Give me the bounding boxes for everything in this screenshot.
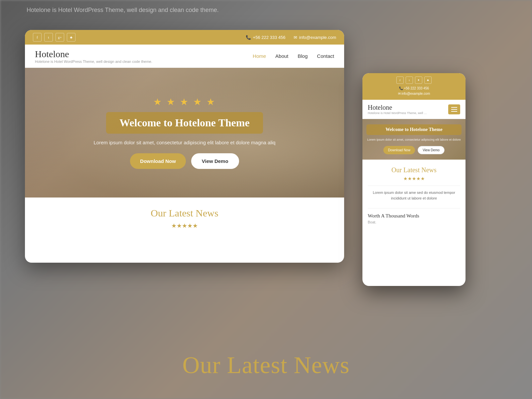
nav-about[interactable]: About [275,53,288,59]
desktop-section-title: Our Latest News [35,207,334,219]
desktop-nav-links: Home About Blog Contact [253,53,334,59]
hero-title-box: Welcome to Hotelone Theme [106,112,263,134]
section-title-highlight: News [196,207,218,218]
mobile-news-title: Worth A Thousand Words [368,213,460,219]
desktop-hero: ★ ★ ★ ★ ★ Welcome to Hotelone Theme Lore… [25,68,344,198]
mobile-logo-area: Hotelone Hotelone is Hotel WordPress The… [368,104,428,115]
desktop-mockup: f t g+ ♣ 📞 +56 222 333 456 ✉ info@exampl… [25,30,344,263]
mobile-hero-buttons: Download Now View Demo [366,146,462,154]
hamburger-line-2 [451,109,457,110]
mobile-nav: Hotelone Hotelone is Hotel WordPress The… [362,100,466,119]
mobile-extra-icon[interactable]: ♣ [424,76,432,84]
mobile-download-button[interactable]: Download Now [383,146,415,154]
mobile-social-icons: f t ✦ ♣ [368,76,460,84]
desktop-tagline: Hotelone is Hotel WordPress Theme, well … [35,60,152,64]
email-item: ✉ info@example.com [294,35,336,40]
hero-subtitle: Lorem ipsum dolor sit amet, consectetur … [94,140,276,145]
desktop-nav: Hotelone Hotelone is Hotel WordPress The… [25,45,344,68]
extra-social-icon[interactable]: ♣ [67,33,75,42]
hero-title: Welcome to Hotelone Theme [119,117,249,129]
hero-stars: ★ ★ ★ ★ ★ [153,96,216,107]
mobile-hero-subtitle: Lorem ipsum dolor sit amet, consectetur … [366,138,462,142]
twitter-icon[interactable]: t [44,33,53,42]
mobile-section-stars: ★★★★★ [368,176,460,182]
mobile-mockup: f t ✦ ♣ 📞 +56 222 333 456 ✉ info@example… [362,73,466,286]
desktop-logo-area: Hotelone Hotelone is Hotel WordPress The… [35,49,152,64]
mobile-twitter-icon[interactable]: t [406,76,413,84]
bg-bottom-section: Our Latest News [183,351,350,379]
nav-contact[interactable]: Contact [317,53,334,59]
section-title-text: Our Latest [151,207,193,218]
email-address: info@example.com [299,35,336,40]
mobile-contact-info: 📞 +56 222 333 456 ✉ info@example.com [368,86,460,96]
mobile-star-icon[interactable]: ✦ [415,76,422,84]
mobile-hero-title: Welcome to Hotelone Theme [370,127,458,132]
googleplus-icon[interactable]: g+ [56,33,64,42]
hamburger-line-3 [451,111,457,112]
mobile-view-demo-button[interactable]: View Demo [418,146,445,154]
mobile-hero: Welcome to Hotelone Theme Lorem ipsum do… [362,119,466,160]
mobile-phone: 📞 +56 222 333 456 [368,86,460,91]
facebook-icon[interactable]: f [33,33,42,42]
nav-blog[interactable]: Blog [298,53,308,59]
bg-bottom-title: Our Latest News [183,351,350,379]
mobile-divider [368,186,460,186]
desktop-contact-info: 📞 +56 222 333 456 ✉ info@example.com [246,35,336,40]
view-demo-button[interactable]: View Demo [191,153,239,169]
mobile-facebook-icon[interactable]: f [396,76,404,84]
mobile-tagline: Hotelone is Hotel WordPress Theme, well … [368,111,428,115]
mobile-hero-title-box: Welcome to Hotelone Theme [366,124,462,135]
nav-home[interactable]: Home [253,53,266,59]
desktop-bottom-section: Our Latest News ★★★★★ [25,198,344,239]
hero-buttons: Download Now View Demo [130,153,239,169]
mobile-topbar: f t ✦ ♣ 📞 +56 222 333 456 ✉ info@example… [362,73,466,100]
bg-bottom-title-text: Our Latest [183,352,288,378]
mobile-section-highlight: News [421,166,437,174]
mobile-section-description: Lorem ipsum dolor sit ame sed do eiusmod… [368,190,460,201]
mobile-logo: Hotelone [368,104,428,111]
download-now-button[interactable]: Download Now [130,153,186,169]
hero-content: ★ ★ ★ ★ ★ Welcome to Hotelone Theme Lore… [25,68,344,198]
mobile-news-category: Boat. [368,220,460,224]
desktop-topbar: f t g+ ♣ 📞 +56 222 333 456 ✉ info@exampl… [25,30,344,45]
mobile-section-title: Our Latest News [368,166,460,174]
hamburger-menu-button[interactable] [448,104,460,114]
desktop-logo: Hotelone [35,49,152,60]
phone-item: 📞 +56 222 333 456 [246,35,286,40]
mobile-email: ✉ info@example.com [368,91,460,96]
bg-tagline: Hotelone is Hotel WordPress Theme, well … [27,7,219,14]
desktop-section-stars: ★★★★★ [35,222,334,229]
mobile-content: Our Latest News ★★★★★ Lorem ipsum dolor … [362,160,466,231]
phone-number: +56 222 333 456 [253,35,286,40]
bg-bottom-title-highlight: News [294,352,349,378]
mobile-news-item: Worth A Thousand Words Boat. [368,208,460,224]
desktop-social-icons: f t g+ ♣ [33,33,75,42]
hamburger-line-1 [451,107,457,108]
email-icon: ✉ [294,35,297,40]
mobile-section-title-text: Our Latest [391,166,420,174]
phone-icon: 📞 [246,35,251,40]
